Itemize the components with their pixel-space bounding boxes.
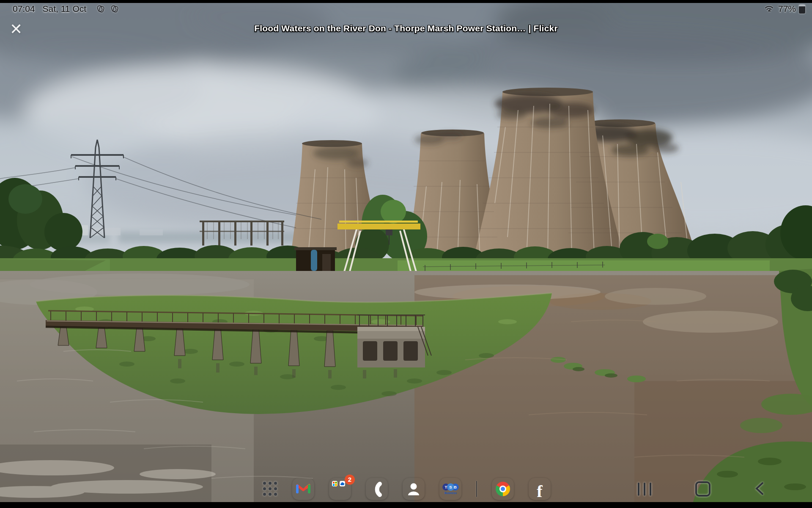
dock-app-tsb-business[interactable]: T S B Business (439, 478, 461, 500)
svg-text:S: S (449, 485, 452, 489)
date: Sat, 11 Oct (43, 4, 87, 14)
dock-folder[interactable]: 2 (329, 478, 351, 500)
dock-app-phone[interactable] (366, 478, 388, 500)
notification-badge: 2 (345, 475, 355, 485)
microsoft-365-mini-icon (332, 481, 337, 486)
status-left: 07:04 Sat, 11 Oct (13, 4, 120, 14)
person-icon (403, 478, 425, 500)
apps-grid-icon (263, 482, 277, 496)
dock-app-gmail[interactable] (292, 478, 314, 500)
back-button[interactable] (754, 481, 765, 497)
onedrive-mini-icon (340, 481, 345, 486)
notification-icons (96, 4, 120, 14)
battery-icon (799, 5, 805, 14)
facebook-f-icon: f (537, 481, 542, 501)
chrome-icon (496, 482, 510, 496)
dock-app-facebook[interactable]: f (529, 478, 551, 500)
svg-text:B: B (454, 485, 457, 489)
battery-percent: 77% (778, 4, 796, 14)
home-button[interactable] (695, 481, 710, 497)
folder-mini-icons (332, 481, 345, 486)
gmail-icon (296, 483, 310, 494)
dock-app-chrome[interactable] (492, 478, 514, 500)
clock: 07:04 (13, 4, 35, 14)
tablet-screen: 07:04 Sat, 11 Oct (0, 0, 812, 508)
photo-title: Flood Waters on the River Don - Thorpe M… (0, 23, 812, 33)
svg-text:Business: Business (444, 491, 457, 494)
back-chevron-icon (754, 481, 765, 496)
status-right: 77% (764, 4, 805, 14)
app-pair-notification-icon (96, 4, 106, 14)
dock: 2 T S B Business (263, 478, 551, 500)
status-bar: 07:04 Sat, 11 Oct (0, 3, 812, 15)
svg-text:T: T (445, 485, 447, 489)
photo-flood-waters-river-don[interactable] (0, 0, 812, 508)
dock-divider (476, 481, 477, 497)
phone-icon (366, 478, 388, 500)
wifi-icon (764, 4, 775, 14)
all-apps-button[interactable] (263, 482, 277, 496)
bottom-letterbox-strip (0, 502, 812, 508)
recents-button[interactable] (638, 483, 651, 496)
recents-icon (638, 483, 651, 496)
dock-app-contacts[interactable] (403, 478, 425, 500)
navigation-bar (638, 478, 765, 500)
tsb-business-icon: T S B Business (439, 478, 461, 500)
app-pair-notification-icon (110, 4, 120, 14)
home-icon (695, 481, 710, 497)
